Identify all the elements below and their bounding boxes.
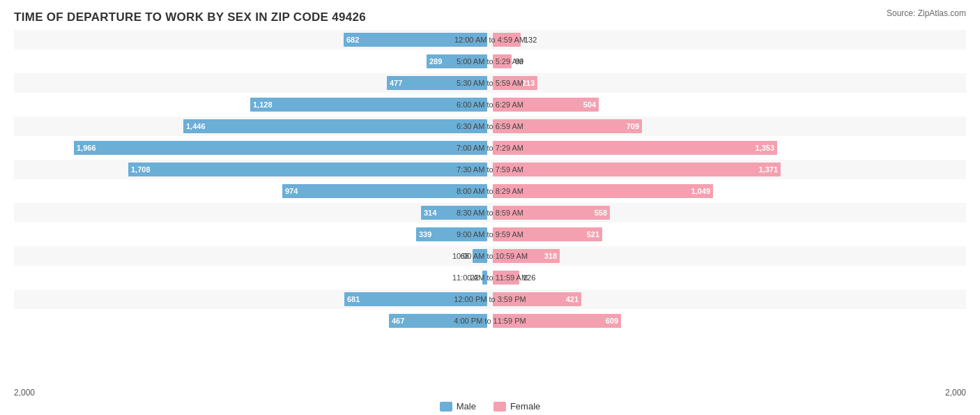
left-section: 339 xyxy=(14,225,490,243)
male-value: 1,446 xyxy=(183,122,206,130)
table-row: 467 4:00 PM to 11:59 PM 609 xyxy=(14,311,966,331)
female-value: 421 xyxy=(566,295,581,303)
table-row: 1,966 7:00 AM to 7:29 AM 1,353 xyxy=(14,138,966,158)
right-section: 521 xyxy=(490,225,966,243)
bars-wrapper: 314 8:30 AM to 8:59 AM 558 xyxy=(14,204,966,222)
axis-labels: 2,000 2,000 xyxy=(14,388,966,398)
male-value: 974 xyxy=(282,187,298,195)
female-bar: 521 xyxy=(493,227,602,241)
table-row: 314 8:30 AM to 8:59 AM 558 xyxy=(14,203,966,222)
right-section: 609 xyxy=(490,312,966,330)
female-bar: 318 xyxy=(493,249,560,263)
left-section: 1,966 xyxy=(14,139,490,157)
male-bar: 289 xyxy=(427,54,487,68)
bars-wrapper: 974 8:00 AM to 8:29 AM 1,049 xyxy=(14,182,966,200)
table-row: 68 10:00 AM to 10:59 AM 318 xyxy=(14,246,966,266)
axis-right: 2,000 xyxy=(945,388,966,398)
female-value: 1,353 xyxy=(755,144,777,152)
male-bar: 477 xyxy=(387,76,487,90)
male-bar: 339 xyxy=(416,227,487,241)
bars-wrapper: 68 10:00 AM to 10:59 AM 318 xyxy=(14,247,966,265)
table-row: 477 5:30 AM to 5:59 AM 213 xyxy=(14,73,966,93)
left-section: 467 xyxy=(14,312,490,330)
left-section: 974 xyxy=(14,182,490,200)
left-section: 314 xyxy=(14,204,490,222)
female-value: 1,371 xyxy=(758,165,781,174)
table-row: 289 5:00 AM to 5:29 AM 89 xyxy=(14,52,966,71)
female-value: 89 xyxy=(515,57,523,66)
source-label: Source: ZipAtlas.com xyxy=(887,8,966,18)
female-value: 558 xyxy=(595,209,610,217)
bars-wrapper: 339 9:00 AM to 9:59 AM 521 xyxy=(14,225,966,243)
male-bar: 1,446 xyxy=(183,119,487,133)
female-value: 504 xyxy=(583,100,599,109)
right-section: 1,049 xyxy=(490,182,966,200)
female-bar: 213 xyxy=(493,76,537,90)
legend: Male Female xyxy=(14,401,966,412)
male-bar: 467 xyxy=(389,314,487,328)
bars-wrapper: 1,446 6:30 AM to 6:59 AM 709 xyxy=(14,117,966,135)
bars-wrapper: 1,708 7:30 AM to 7:59 AM 1,371 xyxy=(14,160,966,179)
legend-female-box xyxy=(493,402,506,412)
female-bar: 709 xyxy=(493,119,642,133)
male-value: 1,966 xyxy=(74,144,96,152)
bars-wrapper: 1,128 6:00 AM to 6:29 AM 504 xyxy=(14,96,966,114)
chart-title: TIME OF DEPARTURE TO WORK BY SEX IN ZIP … xyxy=(14,10,966,24)
bottom-area: 2,000 2,000 Male Female xyxy=(14,382,966,412)
male-value: 467 xyxy=(389,317,404,325)
male-bar: 974 xyxy=(282,184,487,198)
left-section: 477 xyxy=(14,74,490,92)
male-bar xyxy=(473,249,487,263)
table-row: 1,446 6:30 AM to 6:59 AM 709 xyxy=(14,116,966,136)
male-bar xyxy=(482,271,487,285)
legend-male-label: Male xyxy=(457,401,476,412)
legend-female-label: Female xyxy=(510,401,540,412)
male-value: 681 xyxy=(344,295,360,303)
right-section: 213 xyxy=(490,74,966,92)
right-section: 132 xyxy=(490,31,966,49)
female-value: 1,049 xyxy=(691,187,713,195)
female-value: 213 xyxy=(522,79,537,87)
male-bar: 1,966 xyxy=(74,141,487,155)
table-row: 1,708 7:30 AM to 7:59 AM 1,371 xyxy=(14,160,966,179)
female-bar: 1,353 xyxy=(493,141,777,155)
right-section: 421 xyxy=(490,290,966,308)
table-row: 1,128 6:00 AM to 6:29 AM 504 xyxy=(14,95,966,114)
female-bar: 609 xyxy=(493,314,621,328)
right-section: 504 xyxy=(490,96,966,114)
male-value: 22 xyxy=(470,273,479,282)
left-section: 682 xyxy=(14,31,490,49)
female-bar: 1,049 xyxy=(493,184,713,198)
female-bar: 504 xyxy=(493,98,599,112)
female-value: 709 xyxy=(627,122,642,130)
right-section: 126 xyxy=(490,269,966,287)
male-bar: 314 xyxy=(421,206,487,220)
axis-left: 2,000 xyxy=(14,388,35,398)
right-section: 89 xyxy=(490,52,966,70)
female-value: 609 xyxy=(606,317,621,325)
male-bar: 682 xyxy=(344,33,487,47)
chart-container: TIME OF DEPARTURE TO WORK BY SEX IN ZIP … xyxy=(0,0,980,415)
female-value: 126 xyxy=(523,273,535,282)
male-bar: 1,128 xyxy=(250,98,487,112)
male-value: 68 xyxy=(461,252,469,260)
male-bar: 1,708 xyxy=(128,163,487,176)
legend-female: Female xyxy=(493,401,540,412)
left-section: 22 xyxy=(14,269,490,287)
left-section: 1,708 xyxy=(14,160,490,179)
chart-area: 682 12:00 AM to 4:59 AM 132 289 5:00 AM … xyxy=(14,30,966,358)
female-value: 521 xyxy=(587,230,602,239)
right-section: 558 xyxy=(490,204,966,222)
bars-wrapper: 681 12:00 PM to 3:59 PM 421 xyxy=(14,290,966,308)
female-bar: 558 xyxy=(493,206,610,220)
bars-wrapper: 1,966 7:00 AM to 7:29 AM 1,353 xyxy=(14,139,966,157)
left-section: 1,128 xyxy=(14,96,490,114)
bars-wrapper: 467 4:00 PM to 11:59 PM 609 xyxy=(14,312,966,330)
table-row: 682 12:00 AM to 4:59 AM 132 xyxy=(14,30,966,50)
bars-wrapper: 22 11:00 AM to 11:59 AM 126 xyxy=(14,269,966,287)
female-bar xyxy=(493,54,512,68)
table-row: 974 8:00 AM to 8:29 AM 1,049 xyxy=(14,181,966,201)
female-bar: 1,371 xyxy=(493,163,781,176)
male-value: 1,708 xyxy=(128,165,151,174)
male-value: 339 xyxy=(416,230,431,239)
